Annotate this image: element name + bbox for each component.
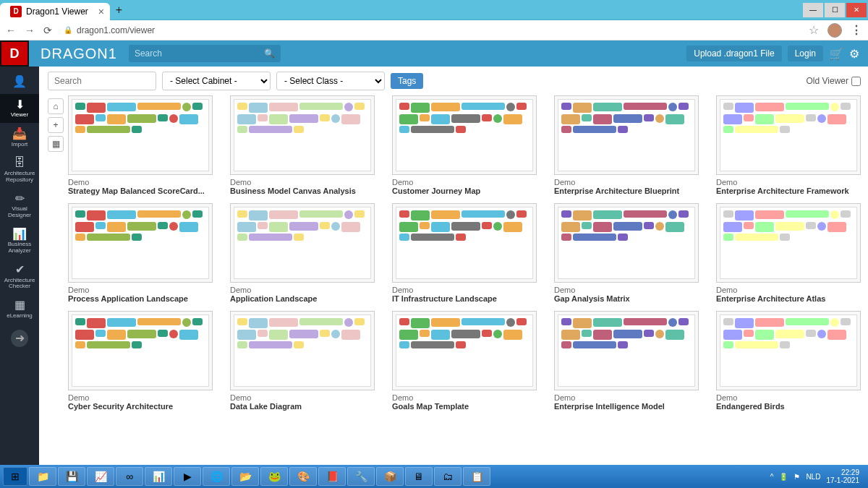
browser-tab[interactable]: D Dragon1 Viewer × — [0, 3, 110, 20]
diagram-card[interactable]: DemoStrategy Map Balanced ScoreCard... — [68, 95, 213, 196]
taskbar-app[interactable]: 📦 — [376, 467, 404, 486]
sidebar-item-elearning[interactable]: ▦ eLearning — [0, 294, 39, 323]
filter-search-input[interactable] — [48, 72, 156, 90]
checker-icon: ✔ — [15, 263, 25, 276]
sidebar-item-profile[interactable]: 👤 — [0, 71, 39, 94]
taskbar-app[interactable]: 📊 — [145, 467, 172, 486]
card-thumbnail[interactable] — [230, 95, 375, 175]
viewer-icon: ⬇ — [15, 98, 25, 111]
card-thumbnail[interactable] — [392, 311, 537, 390]
address-bar[interactable]: 🔒 dragon1.com/viewer — [64, 25, 155, 35]
diagram-card[interactable]: DemoGoals Map Template — [392, 311, 537, 411]
taskbar-app[interactable]: 📂 — [231, 467, 259, 486]
diagram-card[interactable]: DemoApplication Landscape — [230, 203, 375, 304]
taskbar-app[interactable]: 💾 — [58, 467, 85, 486]
bookmark-icon[interactable]: ☆ — [809, 23, 819, 37]
card-thumbnail[interactable] — [554, 311, 699, 390]
tray-clock[interactable]: 22:29 17-1-2021 — [826, 468, 859, 484]
taskbar-app[interactable]: 📕 — [318, 467, 346, 486]
card-title: Goals Map Template — [392, 402, 537, 411]
diagram-card[interactable]: DemoEnterprise Architecture Atlas — [716, 203, 861, 304]
header-search[interactable]: 🔍 — [129, 45, 281, 62]
taskbar-app[interactable]: 🌐 — [203, 467, 230, 486]
taskbar-app[interactable]: 🗂 — [434, 467, 461, 486]
taskbar-app[interactable]: 🔧 — [347, 467, 375, 486]
diagram-card[interactable]: DemoCustomer Journey Map — [392, 95, 537, 196]
window-maximize-button[interactable]: ☐ — [825, 3, 845, 17]
settings-icon[interactable]: ⚙ — [849, 47, 859, 61]
diagram-card[interactable]: DemoEnterprise Architecture Framework — [716, 95, 861, 196]
sidebar-item-import[interactable]: 📥 Import — [0, 123, 39, 152]
taskbar-app[interactable]: ▶ — [174, 467, 201, 486]
browser-menu-icon[interactable]: ⋮ — [851, 23, 862, 37]
diagram-card[interactable]: DemoEnterprise Architecture Blueprint — [554, 95, 699, 196]
login-button[interactable]: Login — [788, 46, 823, 61]
diagram-card[interactable]: DemoGap Analysis Matrix — [554, 203, 699, 304]
tags-button[interactable]: Tags — [391, 73, 423, 89]
taskbar-app[interactable]: 📈 — [87, 467, 114, 486]
forward-button[interactable]: → — [25, 25, 35, 36]
sidebar-item-checker[interactable]: ✔ Architecture Checker — [0, 259, 39, 294]
card-thumbnail[interactable] — [554, 203, 699, 283]
upload-button[interactable]: Upload .dragon1 File — [686, 46, 781, 61]
tray-flag-icon[interactable]: ⚑ — [793, 473, 800, 481]
taskbar-app[interactable]: 🖥 — [405, 467, 433, 486]
search-icon[interactable]: 🔍 — [264, 48, 275, 59]
card-thumbnail[interactable] — [392, 203, 537, 283]
card-thumbnail[interactable] — [68, 95, 213, 175]
window-close-button[interactable]: ✕ — [846, 3, 867, 17]
analyzer-icon: 📊 — [12, 228, 27, 241]
diagram-card[interactable]: DemoCyber Security Architecture — [68, 311, 213, 411]
diagram-card[interactable]: DemoData Lake Diagram — [230, 311, 375, 411]
app-logo[interactable]: D — [0, 40, 29, 67]
diagram-card[interactable]: DemoProcess Application Landscape — [68, 203, 213, 304]
reload-button[interactable]: ⟳ — [43, 25, 52, 36]
sidebar-item-viewer[interactable]: ⬇ Viewer — [0, 94, 39, 123]
sidebar-item-analyzer[interactable]: 📊 Business Analyzer — [0, 223, 39, 259]
card-thumbnail[interactable] — [68, 203, 213, 283]
tray-chevron-icon[interactable]: ^ — [770, 473, 774, 481]
window-minimize-button[interactable]: — — [803, 3, 823, 17]
taskbar-app[interactable]: 🎨 — [289, 467, 317, 486]
taskbar-app[interactable]: ∞ — [116, 467, 143, 486]
header-search-input[interactable] — [135, 48, 264, 59]
diagram-card[interactable]: DemoIT Infrastructure Landscape — [392, 203, 537, 304]
tray-language[interactable]: NLD — [806, 473, 820, 481]
card-thumbnail[interactable] — [554, 95, 699, 175]
sidebar-item-repository[interactable]: 🗄 Architecture Repository — [0, 152, 39, 187]
taskbar-app[interactable]: 🐸 — [260, 467, 288, 486]
cards-grid: DemoStrategy Map Balanced ScoreCard...De… — [65, 95, 868, 465]
layout-view-button[interactable]: ▦ — [48, 136, 64, 152]
card-thumbnail[interactable] — [230, 311, 375, 390]
start-button[interactable]: ⊞ — [3, 467, 27, 486]
card-category: Demo — [68, 393, 213, 402]
tray-network-icon[interactable]: 🔋 — [779, 473, 788, 481]
elearning-icon: ▦ — [14, 299, 25, 312]
class-select[interactable]: - Select Class - — [276, 72, 385, 90]
card-thumbnail[interactable] — [68, 311, 213, 390]
sidebar-more-button[interactable]: ➜ — [11, 330, 28, 347]
taskbar-app[interactable]: 📁 — [29, 467, 56, 486]
profile-avatar[interactable] — [827, 23, 842, 38]
card-thumbnail[interactable] — [716, 311, 861, 390]
card-thumbnail[interactable] — [716, 95, 861, 175]
back-button[interactable]: ← — [6, 25, 16, 36]
sidebar-item-designer[interactable]: ✏ Visual Designer — [0, 188, 39, 223]
diagram-card[interactable]: DemoBusiness Model Canvas Analysis — [230, 95, 375, 196]
cabinet-select[interactable]: - Select Cabinet - — [162, 72, 271, 90]
card-category: Demo — [716, 286, 861, 294]
cart-icon[interactable]: 🛒 — [829, 47, 843, 61]
card-thumbnail[interactable] — [716, 203, 861, 283]
card-thumbnail[interactable] — [392, 95, 537, 175]
old-viewer-checkbox[interactable] — [851, 77, 861, 86]
card-category: Demo — [554, 178, 699, 187]
old-viewer-toggle[interactable]: Old Viewer — [807, 76, 861, 86]
taskbar-app[interactable]: 📋 — [463, 467, 490, 486]
new-tab-button[interactable]: + — [116, 4, 122, 17]
home-view-button[interactable]: ⌂ — [48, 98, 64, 114]
tab-close-icon[interactable]: × — [98, 6, 104, 17]
diagram-card[interactable]: DemoEnterprise Intelligence Model — [554, 311, 699, 411]
add-view-button[interactable]: + — [48, 117, 64, 133]
card-thumbnail[interactable] — [230, 203, 375, 283]
diagram-card[interactable]: DemoEndangered Birds — [716, 311, 861, 411]
